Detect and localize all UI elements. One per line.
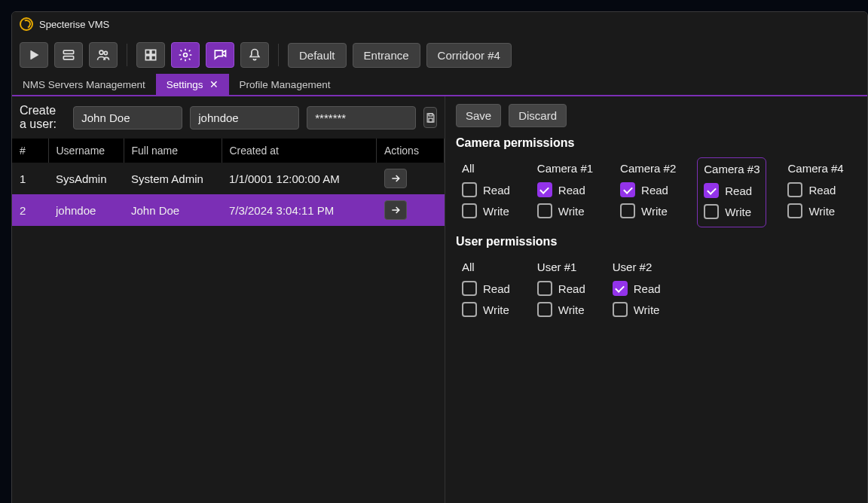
permission-read-row: Read xyxy=(620,182,676,197)
read-checkbox[interactable] xyxy=(462,281,477,296)
close-icon[interactable]: ✕ xyxy=(209,78,219,90)
bell-button[interactable] xyxy=(240,42,269,68)
tab-label: Profile Management xyxy=(240,79,331,90)
cell-num: 1 xyxy=(12,163,48,194)
permission-column: Camera #2ReadWrite xyxy=(614,157,682,227)
permission-column-title: Camera #4 xyxy=(787,162,843,175)
write-checkbox[interactable] xyxy=(537,302,552,317)
layout-default-button[interactable]: Default xyxy=(288,43,347,68)
permission-read-row: Read xyxy=(537,281,585,296)
app-logo-icon xyxy=(20,17,33,31)
cell-actions xyxy=(377,163,445,194)
read-label: Read xyxy=(558,282,585,295)
discard-button[interactable]: Discard xyxy=(509,104,567,127)
write-label: Write xyxy=(558,205,585,218)
layout-corridoor4-button[interactable]: Corridoor #4 xyxy=(426,43,512,68)
svg-rect-9 xyxy=(429,113,432,115)
users-table: # Username Full name Created at Actions … xyxy=(12,139,445,226)
svg-rect-10 xyxy=(429,118,432,122)
permission-column: Camera #3ReadWrite xyxy=(697,157,766,227)
write-label: Write xyxy=(634,303,660,316)
permission-write-row: Write xyxy=(537,203,593,218)
password-field[interactable] xyxy=(307,106,416,130)
toolbar-separator xyxy=(278,44,279,66)
read-label: Read xyxy=(483,184,510,197)
read-label: Read xyxy=(641,184,668,197)
play-button[interactable] xyxy=(20,42,48,68)
svg-point-8 xyxy=(184,53,188,57)
write-checkbox[interactable] xyxy=(613,302,628,317)
tab-profile-management[interactable]: Profile Management xyxy=(229,74,341,95)
open-user-button[interactable] xyxy=(384,200,407,220)
svg-point-3 xyxy=(104,51,107,54)
write-checkbox[interactable] xyxy=(704,204,719,219)
read-checkbox[interactable] xyxy=(787,182,802,197)
permission-write-row: Write xyxy=(462,203,510,218)
permission-column: User #1ReadWrite xyxy=(531,256,591,325)
users-button[interactable] xyxy=(89,42,118,68)
cell-fullname: System Admin xyxy=(124,163,222,194)
permission-column-title: All xyxy=(462,261,510,273)
user-permissions-grid: AllReadWriteUser #1ReadWriteUser #2ReadW… xyxy=(456,256,857,325)
read-label: Read xyxy=(483,282,510,295)
table-header-row: # Username Full name Created at Actions xyxy=(12,139,445,163)
read-label: Read xyxy=(808,184,836,197)
read-label: Read xyxy=(725,184,752,197)
camera-chat-button[interactable] xyxy=(206,42,234,68)
read-checkbox[interactable] xyxy=(613,281,628,296)
svg-point-2 xyxy=(99,50,103,54)
table-row[interactable]: 2johndoeJohn Doe7/3/2024 3:04:11 PM xyxy=(12,194,445,226)
read-checkbox[interactable] xyxy=(620,182,635,197)
cell-username: johndoe xyxy=(48,194,124,226)
write-checkbox[interactable] xyxy=(462,302,477,317)
read-checkbox[interactable] xyxy=(537,182,552,197)
tab-settings[interactable]: Settings ✕ xyxy=(156,74,229,95)
cell-created: 1/1/0001 12:00:00 AM xyxy=(222,163,377,194)
permission-write-row: Write xyxy=(787,203,843,218)
app-window: Specterise VMS Default Entrance Corridoo… xyxy=(11,11,868,503)
permission-column: AllReadWrite xyxy=(456,256,516,325)
open-user-button[interactable] xyxy=(384,169,407,188)
permissions-pane: Save Discard Camera permissions AllReadW… xyxy=(445,96,867,503)
write-checkbox[interactable] xyxy=(537,203,552,218)
col-created: Created at xyxy=(222,139,377,163)
svg-rect-1 xyxy=(63,56,73,59)
permission-column: Camera #4ReadWrite xyxy=(781,157,849,227)
permission-read-row: Read xyxy=(462,182,510,197)
col-num: # xyxy=(12,139,48,163)
svg-rect-4 xyxy=(145,50,150,54)
user-permissions-title: User permissions xyxy=(456,235,857,248)
username-field[interactable] xyxy=(190,106,299,130)
toolbar-separator xyxy=(127,44,127,66)
svg-rect-7 xyxy=(151,56,156,60)
cell-num: 2 xyxy=(12,194,48,226)
table-row[interactable]: 1SysAdminSystem Admin1/1/0001 12:00:00 A… xyxy=(12,163,445,194)
write-label: Write xyxy=(808,205,835,218)
grid-button[interactable] xyxy=(136,42,165,68)
read-checkbox[interactable] xyxy=(537,281,552,296)
permission-write-row: Write xyxy=(462,302,510,317)
camera-permissions-grid: AllReadWriteCamera #1ReadWriteCamera #2R… xyxy=(456,157,857,227)
col-username: Username xyxy=(48,139,124,163)
cell-created: 7/3/2024 3:04:11 PM xyxy=(222,194,377,226)
write-checkbox[interactable] xyxy=(462,203,477,218)
fullname-field[interactable] xyxy=(73,106,182,130)
main-toolbar: Default Entrance Corridoor #4 xyxy=(12,36,867,74)
read-checkbox[interactable] xyxy=(462,182,477,197)
permission-write-row: Write xyxy=(704,204,760,219)
servers-button[interactable] xyxy=(54,42,83,68)
write-checkbox[interactable] xyxy=(787,203,802,218)
create-user-save-button[interactable] xyxy=(423,107,437,128)
layout-entrance-button[interactable]: Entrance xyxy=(353,43,420,68)
settings-gear-button[interactable] xyxy=(171,42,200,68)
permission-column-title: User #1 xyxy=(537,261,585,273)
svg-rect-6 xyxy=(145,56,150,60)
write-checkbox[interactable] xyxy=(620,203,635,218)
read-checkbox[interactable] xyxy=(704,183,719,198)
panel-actions: Save Discard xyxy=(456,104,857,127)
save-button[interactable]: Save xyxy=(456,104,501,127)
app-title: Specterise VMS xyxy=(39,19,109,30)
tab-label: Settings xyxy=(167,79,203,90)
read-label: Read xyxy=(634,282,661,295)
tab-nms-servers[interactable]: NMS Servers Management xyxy=(12,74,156,95)
